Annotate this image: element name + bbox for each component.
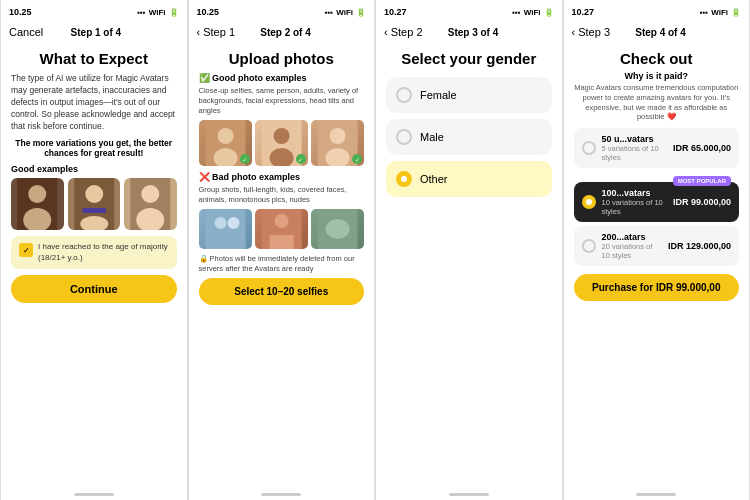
pricing-plan-200[interactable]: 200...atars 20 variations of 10 styles I… [574, 226, 740, 266]
good-examples-label: Good examples [11, 164, 177, 174]
status-bar-3: 10.27 ▪▪▪ WiFi 🔋 [376, 0, 562, 22]
time-2: 10.25 [197, 7, 220, 17]
svg-rect-5 [82, 208, 106, 213]
gender-male-label: Male [420, 131, 444, 143]
pricing-radio-200[interactable] [582, 239, 596, 253]
back-button-3[interactable]: ‹ Step 2 [384, 26, 423, 38]
most-popular-badge: MOST POPULAR [673, 176, 731, 186]
good-example-desc: Close-up selfies, same person, adults, v… [199, 86, 365, 115]
radio-female[interactable] [396, 87, 412, 103]
why-desc-text: Magic Avatars consume tremendous computa… [574, 83, 740, 122]
gender-other-label: Other [420, 173, 448, 185]
age-consent-text: I have reached to the age of majority (1… [38, 242, 169, 263]
signal-icon-3: ▪▪▪ [512, 8, 521, 17]
gender-female[interactable]: Female [386, 77, 552, 113]
status-icons-1: ▪▪▪ WiFi 🔋 [137, 8, 178, 17]
cancel-button[interactable]: Cancel [9, 26, 43, 38]
gender-other[interactable]: Other [386, 161, 552, 197]
pricing-plan-100[interactable]: MOST POPULAR 100...vatars 10 variations … [574, 182, 740, 222]
gender-male[interactable]: Male [386, 119, 552, 155]
wifi-icon: WiFi [149, 8, 166, 17]
svg-point-8 [141, 185, 159, 203]
panel2-content: Upload photos ✅ Good photo examples Clos… [189, 44, 375, 489]
pricing-info-50: 50 u...vatars 5 variations of 10 styles [602, 134, 667, 162]
nav-bar-2: ‹ Step 1 Step 2 of 4 [189, 22, 375, 44]
svg-point-4 [85, 185, 103, 203]
battery-icon-3: 🔋 [544, 8, 554, 17]
bad-example-desc: Group shots, full-length, kids, covered … [199, 185, 365, 205]
battery-icon-4: 🔋 [731, 8, 741, 17]
good-photo-2 [68, 178, 121, 230]
battery-icon: 🔋 [169, 8, 179, 17]
select-selfies-button[interactable]: Select 10–20 selfies [199, 278, 365, 305]
radio-dot-100 [586, 199, 592, 205]
home-indicator-2 [261, 493, 301, 496]
age-checkbox[interactable]: ✓ [19, 243, 33, 257]
svg-rect-19 [205, 209, 245, 249]
nav-bar-1: Cancel Step 1 of 4 [1, 22, 187, 44]
pricing-radio-50[interactable] [582, 141, 596, 155]
back-button-4[interactable]: ‹ Step 3 [572, 26, 611, 38]
delete-notice: 🔒 Photos will be immediately deleted fro… [199, 254, 365, 274]
back-button-2[interactable]: ‹ Step 1 [197, 26, 236, 38]
pricing-radio-100[interactable] [582, 195, 596, 209]
bad-thumb-2 [255, 209, 308, 249]
time-1: 10.25 [9, 7, 32, 17]
wifi-icon-3: WiFi [524, 8, 541, 17]
bad-photos-grid [199, 209, 365, 249]
age-consent-row[interactable]: ✓ I have reached to the age of majority … [11, 236, 177, 269]
good-thumb-1: ✓ [199, 120, 252, 166]
panel2-title: Upload photos [199, 50, 365, 67]
time-3: 10.27 [384, 7, 407, 17]
panel3-title: Select your gender [386, 50, 552, 67]
status-bar-1: 10.25 ▪▪▪ WiFi 🔋 [1, 0, 187, 22]
svg-rect-24 [269, 235, 293, 249]
status-icons-4: ▪▪▪ WiFi 🔋 [700, 8, 741, 17]
home-indicator-4 [636, 493, 676, 496]
panel1-description: The type of AI we utilize for Magic Avat… [11, 73, 177, 132]
panel-1: 10.25 ▪▪▪ WiFi 🔋 Cancel Step 1 of 4 What… [0, 0, 188, 500]
good-thumb-3: ✓ [311, 120, 364, 166]
radio-other[interactable] [396, 171, 412, 187]
svg-point-17 [329, 128, 345, 144]
pricing-price-50: IDR 65.000,00 [673, 143, 731, 153]
pricing-desc-100: 10 variations of 10 styles [602, 198, 667, 216]
pricing-info-100: 100...vatars 10 variations of 10 styles [602, 188, 667, 216]
purchase-button[interactable]: Purchase for IDR 99.000,00 [574, 274, 740, 301]
bad-header-text: ❌ Bad photo examples [199, 172, 301, 182]
svg-point-11 [217, 128, 233, 144]
pricing-plan-50[interactable]: 50 u...vatars 5 variations of 10 styles … [574, 128, 740, 168]
panel1-bold-text: The more variations you get, the better … [11, 138, 177, 158]
step-indicator-4: Step 4 of 4 [610, 27, 711, 38]
continue-button[interactable]: Continue [11, 275, 177, 303]
status-bar-2: 10.25 ▪▪▪ WiFi 🔋 [189, 0, 375, 22]
panel3-content: Select your gender Female Male Other [376, 44, 562, 489]
pricing-name-50: 50 u...vatars [602, 134, 667, 144]
wifi-icon-2: WiFi [336, 8, 353, 17]
pricing-desc-50: 5 variations of 10 styles [602, 144, 667, 162]
good-thumb-2: ✓ [255, 120, 308, 166]
home-indicator-3 [449, 493, 489, 496]
bad-thumb-1 [199, 209, 252, 249]
radio-dot [401, 176, 407, 182]
radio-male[interactable] [396, 129, 412, 145]
good-photo-3 [124, 178, 177, 230]
wifi-icon-4: WiFi [711, 8, 728, 17]
panel-4: 10.27 ▪▪▪ WiFi 🔋 ‹ Step 3 Step 4 of 4 Ch… [563, 0, 751, 500]
bad-thumb-3 [311, 209, 364, 249]
good-photos-row [11, 178, 177, 230]
panel4-title: Check out [574, 50, 740, 67]
signal-icon: ▪▪▪ [137, 8, 146, 17]
why-paid-label: Why is it paid? [574, 71, 740, 81]
good-header-text: ✅ Good photo examples [199, 73, 307, 83]
svg-point-21 [227, 217, 239, 229]
pricing-desc-200: 20 variations of 10 styles [602, 242, 662, 260]
battery-icon-2: 🔋 [356, 8, 366, 17]
step-indicator-2: Step 2 of 4 [235, 27, 336, 38]
gender-female-label: Female [420, 89, 457, 101]
pricing-price-100: IDR 99.000,00 [673, 197, 731, 207]
svg-point-20 [214, 217, 226, 229]
svg-point-26 [325, 219, 349, 239]
good-example-header: ✅ Good photo examples [199, 73, 365, 83]
good-photo-1 [11, 178, 64, 230]
